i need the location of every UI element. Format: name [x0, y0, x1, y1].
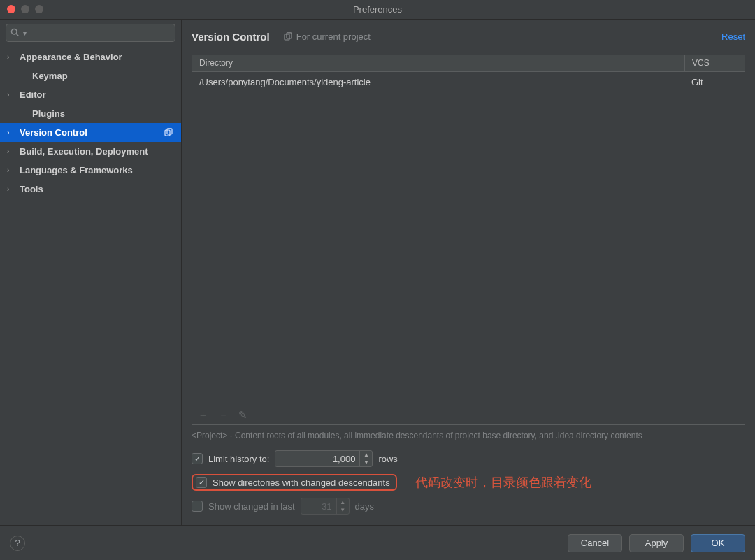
titlebar: Preferences: [0, 0, 755, 20]
column-vcs[interactable]: VCS: [684, 55, 745, 71]
limit-history-checkbox[interactable]: [192, 453, 203, 464]
vcs-directory-table: Directory VCS /Users/ponytang/Documents/…: [192, 55, 745, 425]
stepper-icon[interactable]: ▲▼: [359, 451, 372, 466]
reset-link[interactable]: Reset: [721, 31, 745, 42]
ok-button[interactable]: OK: [691, 534, 745, 552]
add-button[interactable]: ＋: [198, 408, 208, 422]
option-show-changed-in-last: Show changed in last 31 ▲▼ days: [192, 498, 745, 515]
sidebar-item-tools[interactable]: ›Tools: [0, 180, 181, 199]
stepper-icon[interactable]: ▲▼: [336, 498, 349, 514]
preferences-sidebar: ▾ ›Appearance & Behavior ›Keymap ›Editor…: [0, 20, 182, 525]
help-button[interactable]: ?: [10, 536, 25, 551]
zoom-window-icon[interactable]: [35, 5, 43, 13]
window-controls: [7, 5, 43, 13]
minimize-window-icon[interactable]: [21, 5, 29, 13]
limit-history-label: Limit history to:: [208, 454, 269, 464]
table-toolbar: ＋ － ✎: [192, 405, 745, 424]
column-directory[interactable]: Directory: [192, 55, 684, 71]
cell-directory: /Users/ponytang/Documents/yideng-article: [192, 77, 684, 87]
annotation-highlight-box: Show directories with changed descendant…: [192, 474, 397, 491]
apply-button[interactable]: Apply: [629, 534, 684, 552]
show-dirs-changed-label: Show directories with changed descendant…: [213, 478, 390, 488]
annotation-text: 代码改变时，目录颜色跟着变化: [415, 474, 591, 491]
page-title: Version Control: [192, 31, 270, 43]
limit-history-input[interactable]: 1,000 ▲▼: [275, 450, 373, 467]
project-hint-text: <Project> - Content roots of all modules…: [192, 431, 745, 440]
show-changed-last-suffix: days: [355, 501, 374, 512]
sidebar-item-version-control[interactable]: ›Version Control: [0, 123, 181, 142]
show-changed-last-input[interactable]: 31 ▲▼: [301, 498, 350, 515]
settings-tree: ›Appearance & Behavior ›Keymap ›Editor ›…: [0, 46, 181, 199]
edit-button[interactable]: ✎: [238, 409, 247, 422]
scope-label: For current project: [284, 31, 371, 42]
page-header: Version Control For current project Rese…: [192, 27, 745, 46]
table-header: Directory VCS: [192, 55, 745, 72]
sidebar-item-plugins[interactable]: ›Plugins: [0, 104, 181, 123]
limit-history-suffix: rows: [378, 454, 397, 464]
option-show-directories-changed: Show directories with changed descendant…: [192, 474, 745, 491]
project-scope-icon: [164, 128, 173, 138]
remove-button[interactable]: －: [218, 408, 229, 422]
window-title: Preferences: [353, 4, 402, 15]
search-input[interactable]: ▾: [6, 24, 175, 42]
sidebar-item-editor[interactable]: ›Editor: [0, 85, 181, 104]
option-limit-history: Limit history to: 1,000 ▲▼ rows: [192, 450, 745, 467]
cancel-button[interactable]: Cancel: [568, 534, 622, 552]
main-panel: Version Control For current project Rese…: [182, 20, 755, 525]
cell-vcs: Git: [684, 77, 745, 87]
close-window-icon[interactable]: [7, 5, 15, 13]
sidebar-item-build-execution-deployment[interactable]: ›Build, Execution, Deployment: [0, 142, 181, 161]
sidebar-item-appearance-behavior[interactable]: ›Appearance & Behavior: [0, 48, 181, 66]
table-row[interactable]: /Users/ponytang/Documents/yideng-article…: [192, 72, 745, 92]
show-changed-last-label: Show changed in last: [208, 501, 295, 512]
svg-line-1: [16, 34, 18, 36]
show-changed-last-checkbox[interactable]: [192, 501, 203, 512]
search-icon: [10, 28, 19, 38]
sidebar-item-keymap[interactable]: ›Keymap: [0, 66, 181, 85]
dialog-footer: ? Cancel Apply OK: [0, 525, 755, 560]
sidebar-item-languages-frameworks[interactable]: ›Languages & Frameworks: [0, 161, 181, 180]
svg-point-0: [12, 29, 17, 34]
show-dirs-changed-checkbox[interactable]: [196, 477, 207, 488]
